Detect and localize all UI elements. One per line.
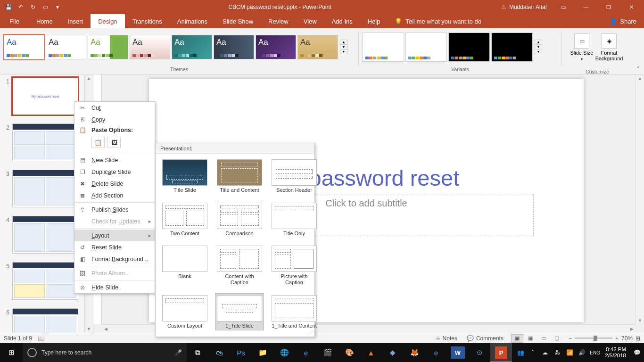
cm-cut[interactable]: ✂Cut: [74, 102, 155, 114]
layout-title-and-content[interactable]: Title and Content: [215, 157, 264, 195]
save-icon[interactable]: 💾: [3, 1, 14, 13]
scroll-down-icon[interactable]: ▼: [85, 325, 93, 333]
theme-3[interactable]: Aa: [88, 35, 128, 59]
taskbar-app-vlc[interactable]: ▲: [360, 343, 382, 362]
layout-two-content[interactable]: Two Content: [160, 201, 209, 239]
layout-picture-with-caption[interactable]: Picture with Caption: [270, 244, 319, 287]
layout-section-header[interactable]: Section Header: [270, 157, 319, 195]
view-normal[interactable]: ▣: [511, 334, 523, 343]
zoom-slider[interactable]: [575, 337, 612, 339]
taskbar-app-photoshop[interactable]: Ps: [230, 343, 252, 362]
layout-custom-layout[interactable]: Custom Layout: [160, 293, 209, 331]
cm-add-section[interactable]: ≣Add Section: [74, 189, 155, 201]
layout-1-title-and-content[interactable]: 1_Title and Content: [270, 293, 319, 331]
view-reading[interactable]: ▭: [537, 334, 550, 343]
theme-7[interactable]: Aa: [256, 35, 296, 59]
cm-layout[interactable]: Layout▸: [74, 230, 155, 241]
minimize-button[interactable]: —: [575, 0, 597, 14]
redo-icon[interactable]: ↻: [27, 1, 39, 13]
taskbar-app-paint[interactable]: 🎨: [339, 343, 360, 362]
taskbar-app-chrome[interactable]: 🌐: [273, 343, 295, 362]
ribbon-display-options-icon[interactable]: ▭: [553, 0, 574, 14]
scroll-up-icon[interactable]: ▲: [85, 74, 93, 82]
tray-up-icon[interactable]: ˄: [528, 349, 537, 356]
from-beginning-icon[interactable]: ▭: [40, 1, 51, 13]
tab-file[interactable]: File: [0, 14, 29, 28]
paste-picture[interactable]: 🖼: [107, 137, 121, 148]
taskbar-app-word[interactable]: W: [451, 346, 465, 359]
tray-action-center-icon[interactable]: 💬: [633, 349, 641, 356]
layout-blank[interactable]: Blank: [160, 244, 209, 287]
tray-lang-icon[interactable]: ENG: [590, 350, 598, 355]
slide-thumb-5[interactable]: 5: [3, 262, 84, 300]
theme-8[interactable]: Aa: [297, 35, 338, 59]
tab-help[interactable]: Help: [360, 14, 388, 28]
tray-clock[interactable]: 8:42 PM 2/5/2018: [602, 346, 629, 359]
cm-publish-slides[interactable]: ⇪Publish Slides: [74, 204, 155, 215]
taskbar-search[interactable]: Type here to search 🎤: [23, 343, 187, 362]
layout-title-slide[interactable]: Title Slide: [160, 157, 209, 195]
theme-6[interactable]: Aa: [214, 35, 254, 59]
layout-1-title-slide[interactable]: 1_Title Slide: [215, 293, 264, 331]
theme-office[interactable]: Aa: [4, 35, 44, 59]
themes-gallery-more[interactable]: ▲▼▾: [340, 40, 347, 54]
share-button[interactable]: 👤 Share: [602, 14, 644, 28]
slide-thumb-4[interactable]: 4: [3, 216, 84, 254]
taskbar-app-shotcut[interactable]: ◆: [382, 343, 404, 362]
canvas-vertical-scrollbar[interactable]: ▲▼: [636, 74, 644, 324]
cm-format-background[interactable]: ◧Format Background...: [74, 253, 155, 265]
slide-thumb-1[interactable]: 1 My password reset: [3, 77, 84, 115]
paste-use-destination-theme[interactable]: 📋: [91, 137, 105, 148]
tray-network-icon[interactable]: 🖧: [553, 349, 561, 356]
slide-size-button[interactable]: ▭ Slide Size ▾: [570, 32, 594, 66]
comments-button[interactable]: 💬Comments: [465, 335, 505, 342]
task-view-icon[interactable]: ⧉: [187, 343, 208, 362]
zoom-level[interactable]: 70%: [621, 335, 633, 342]
start-button[interactable]: ⊞: [0, 343, 23, 362]
view-sorter[interactable]: ▦: [524, 334, 537, 343]
tell-me-search[interactable]: 💡 Tell me what you want to do: [388, 14, 481, 28]
slide-thumb-6[interactable]: 6: [3, 308, 84, 333]
tray-wifi-icon[interactable]: 📶: [565, 349, 574, 356]
variant-1[interactable]: [363, 33, 404, 62]
tab-home[interactable]: Home: [29, 14, 60, 28]
taskbar-app-movies[interactable]: 🎬: [317, 343, 339, 362]
tab-review[interactable]: Review: [261, 14, 296, 28]
layout-title-only[interactable]: Title Only: [270, 201, 319, 239]
slide-thumb-3[interactable]: 3: [3, 170, 84, 207]
tab-animations[interactable]: Animations: [170, 14, 215, 28]
mic-icon[interactable]: 🎤: [175, 349, 182, 356]
layout-comparison[interactable]: Comparison: [215, 201, 264, 239]
cm-reset-slide[interactable]: ↺Reset Slide: [74, 241, 155, 253]
undo-icon[interactable]: ↶: [15, 1, 26, 13]
account-user[interactable]: ⚠ Muddaser Altaf: [496, 4, 552, 10]
taskbar-app-store[interactable]: 🛍: [208, 343, 230, 362]
tab-addins[interactable]: Add-ins: [324, 14, 360, 28]
taskbar-app-ie[interactable]: e: [295, 343, 317, 362]
zoom-in-button[interactable]: +: [615, 335, 619, 342]
collapse-ribbon-icon[interactable]: ˄: [633, 28, 644, 74]
tab-design[interactable]: Design: [91, 14, 124, 28]
theme-5[interactable]: Aa: [172, 35, 212, 59]
variant-2[interactable]: [405, 33, 447, 62]
zoom-out-button[interactable]: −: [569, 335, 572, 342]
cm-duplicate-slide[interactable]: ❐Duplicate Slide: [74, 166, 155, 178]
spellcheck-icon[interactable]: 📖: [38, 335, 45, 342]
cm-copy[interactable]: ⎘Copy: [74, 114, 155, 125]
tab-transitions[interactable]: Transitions: [125, 14, 170, 28]
variant-4[interactable]: [491, 33, 533, 62]
close-button[interactable]: ✕: [620, 0, 642, 14]
variant-3[interactable]: [448, 33, 490, 62]
tray-cloud-icon[interactable]: ☁: [541, 349, 549, 356]
tray-people-icon[interactable]: 👥: [516, 349, 525, 356]
taskbar-app-powerpoint[interactable]: P: [490, 343, 512, 362]
taskbar-app-edge[interactable]: e: [425, 343, 447, 362]
slide-thumb-2[interactable]: 2: [3, 123, 84, 161]
notes-button[interactable]: ≐Notes: [434, 335, 459, 342]
tab-slideshow[interactable]: Slide Show: [215, 14, 261, 28]
taskbar-app-firefox[interactable]: 🦊: [404, 343, 425, 362]
tab-insert[interactable]: Insert: [60, 14, 91, 28]
cm-delete-slide[interactable]: ✖Delete Slide: [74, 178, 155, 189]
taskbar-app-lightshot[interactable]: ⊙: [469, 343, 490, 362]
theme-2[interactable]: Aa: [46, 35, 86, 59]
